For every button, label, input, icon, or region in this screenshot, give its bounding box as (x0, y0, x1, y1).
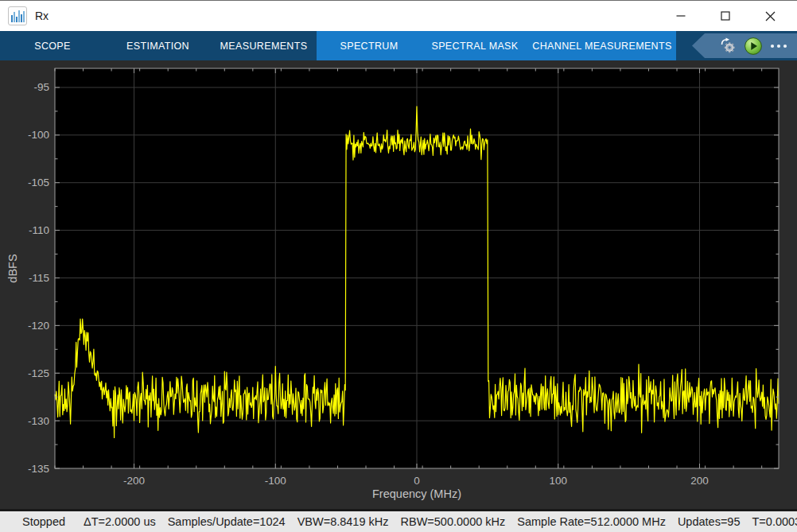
tab-estimation[interactable]: ESTIMATION (105, 31, 211, 60)
y-tick-label: -125 (28, 367, 49, 379)
status-state: Stopped (22, 515, 72, 528)
status-item: Sample Rate=512.0000 MHz (517, 515, 666, 528)
y-tick-label: -105 (28, 177, 49, 188)
y-axis-label: dBFS (6, 254, 19, 282)
status-item: VBW=8.8419 kHz (297, 515, 389, 528)
close-button[interactable] (748, 1, 792, 31)
scope-display: -95-100-105-110-115-120-125-130-135-200-… (0, 60, 797, 509)
x-tick-label: 0 (414, 475, 420, 487)
more-ellipsis-icon (770, 44, 787, 49)
maximize-icon (721, 11, 730, 21)
tab-channel-measurements[interactable]: CHANNEL MEASUREMENTS (528, 31, 676, 60)
title-bar: Rx (0, 0, 797, 31)
status-item: T=0.0003 (752, 515, 797, 528)
tab-measurements[interactable]: MEASUREMENTS (211, 31, 317, 60)
run-button[interactable] (744, 37, 763, 56)
y-tick-label: -135 (28, 463, 49, 475)
app-window: Rx SCOPEESTIMATIONMEASUREMENTSSPECTRUMSP… (0, 0, 797, 532)
status-item: Samples/Update=1024 (168, 515, 286, 528)
y-tick-label: -120 (28, 320, 49, 332)
y-tick-label: -100 (28, 129, 49, 141)
x-tick-label: -100 (265, 475, 286, 487)
x-tick-label: 100 (549, 475, 567, 487)
y-tick-label: -130 (28, 415, 49, 427)
run-play-icon (744, 37, 763, 56)
status-items: ΔT=2.0000 usSamples/Update=1024VBW=8.841… (84, 515, 797, 528)
scope-histogram-icon (8, 6, 27, 25)
playback-controls (692, 33, 797, 58)
window-title: Rx (35, 10, 49, 22)
spectrum-plot[interactable]: -95-100-105-110-115-120-125-130-135-200-… (0, 60, 797, 509)
x-axis-label: Frequency (MHz) (372, 487, 461, 500)
toolstrip-tabs: SCOPEESTIMATIONMEASUREMENTSSPECTRUMSPECT… (0, 31, 676, 60)
x-tick-label: -200 (123, 475, 145, 487)
step-forward-button[interactable] (720, 37, 737, 54)
y-tick-label: -110 (29, 224, 49, 236)
more-options-button[interactable] (770, 44, 787, 49)
maximize-button[interactable] (703, 1, 748, 31)
status-item: RBW=500.0000 kHz (401, 515, 506, 528)
close-icon (765, 11, 776, 21)
x-tick-label: 200 (690, 475, 709, 487)
tab-scope[interactable]: SCOPE (0, 31, 105, 60)
window-controls (659, 1, 792, 31)
status-item: ΔT=2.0000 us (84, 515, 156, 528)
minimize-button[interactable] (659, 1, 703, 31)
step-forward-gear-icon (720, 37, 737, 54)
tab-spectral-mask[interactable]: SPECTRAL MASK (422, 31, 528, 60)
y-tick-label: -95 (33, 81, 49, 93)
y-tick-label: -115 (29, 272, 49, 284)
status-bar: Stopped ΔT=2.0000 usSamples/Update=1024V… (0, 509, 797, 532)
tab-spectrum[interactable]: SPECTRUM (317, 31, 422, 60)
toolstrip: SCOPEESTIMATIONMEASUREMENTSSPECTRUMSPECT… (0, 31, 797, 60)
minimize-icon (676, 11, 686, 21)
status-item: Updates=95 (678, 515, 741, 528)
